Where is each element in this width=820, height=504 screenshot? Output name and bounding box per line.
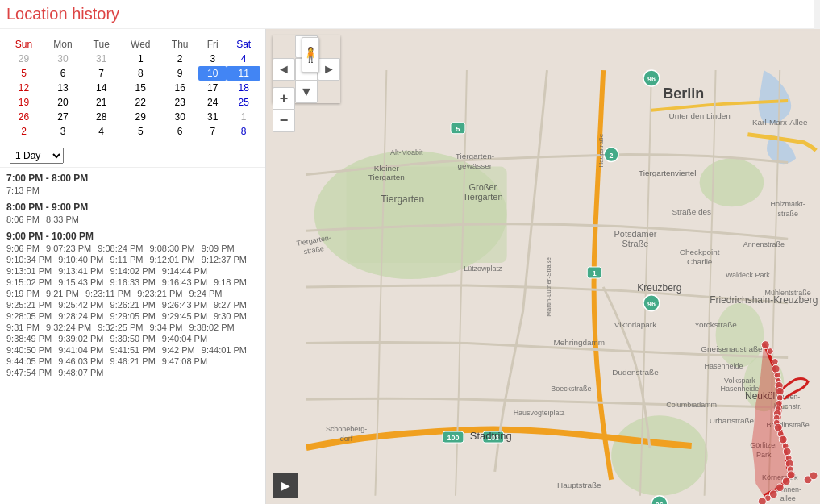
cal-day[interactable]: 2 <box>161 52 198 66</box>
time-entry[interactable]: 9:38:49 PM <box>6 334 52 344</box>
time-entry[interactable]: 9:38:02 PM <box>189 323 234 332</box>
cal-day[interactable]: 31 <box>198 110 227 124</box>
cal-day[interactable]: 13 <box>43 81 83 95</box>
time-entry[interactable]: 9:46:03 PM <box>58 356 103 366</box>
cal-day[interactable]: 10 <box>198 66 227 81</box>
time-entry[interactable]: 9:48:07 PM <box>58 368 103 377</box>
time-entry[interactable]: 9:41:04 PM <box>58 345 103 355</box>
time-entry[interactable]: 9:44:01 PM <box>202 345 247 355</box>
time-entry[interactable]: 9:15:43 PM <box>58 277 103 287</box>
cal-day[interactable]: 18 <box>227 81 260 95</box>
time-entry[interactable]: 9:30 PM <box>214 311 247 321</box>
time-entry[interactable]: 9:39:02 PM <box>58 334 103 344</box>
time-entry[interactable]: 9:28:05 PM <box>6 311 52 321</box>
cal-day[interactable]: 4 <box>83 124 119 139</box>
time-entry[interactable]: 9:47:54 PM <box>6 368 52 377</box>
time-entry[interactable]: 8:33 PM <box>46 215 79 224</box>
cal-day[interactable]: 3 <box>198 52 227 66</box>
time-entry[interactable]: 9:11 PM <box>110 255 144 264</box>
time-entry[interactable]: 9:18 PM <box>214 277 247 287</box>
cal-day[interactable]: 1 <box>119 52 161 66</box>
time-entry[interactable]: 9:41:51 PM <box>110 345 156 355</box>
cal-day[interactable]: 5 <box>119 124 161 139</box>
time-entry[interactable]: 9:47:08 PM <box>162 356 207 366</box>
cal-day[interactable]: 21 <box>83 95 119 110</box>
pan-right-btn[interactable]: ► <box>318 58 340 81</box>
cal-day[interactable]: 19 <box>5 95 43 110</box>
time-entry[interactable]: 9:27 PM <box>214 300 247 310</box>
time-entry[interactable]: 8:06 PM <box>6 215 40 224</box>
time-entry[interactable]: 9:19 PM <box>6 289 40 298</box>
cal-day[interactable]: 3 <box>43 124 83 139</box>
cal-day[interactable]: 24 <box>198 95 227 110</box>
cal-day[interactable]: 15 <box>119 81 161 95</box>
time-entry[interactable]: 9:16:33 PM <box>110 277 156 287</box>
time-entry[interactable]: 9:06 PM <box>6 244 40 253</box>
cal-day[interactable]: 16 <box>161 81 198 95</box>
cal-day[interactable]: 5 <box>5 66 43 81</box>
time-entry[interactable]: 9:13:41 PM <box>58 266 103 276</box>
time-entry[interactable]: 9:34 PM <box>150 323 183 332</box>
cal-day[interactable]: 12 <box>5 81 43 95</box>
time-entry[interactable]: 9:16:43 PM <box>162 277 207 287</box>
time-entry[interactable]: 9:44:05 PM <box>6 356 52 366</box>
time-entry[interactable]: 9:10:40 PM <box>58 255 103 264</box>
cal-day[interactable]: 2 <box>5 124 43 139</box>
zoom-in-btn[interactable]: + <box>273 87 295 110</box>
time-entry[interactable]: 9:46:21 PM <box>110 356 156 366</box>
time-entry[interactable]: 9:28:24 PM <box>58 311 103 321</box>
time-entry[interactable]: 9:31 PM <box>6 323 40 332</box>
time-entry[interactable]: 9:23:11 PM <box>85 289 131 298</box>
time-entry[interactable]: 9:29:45 PM <box>162 311 207 321</box>
cal-day[interactable]: 1 <box>227 110 260 124</box>
time-entry[interactable]: 9:07:23 PM <box>46 244 91 253</box>
show-select[interactable]: 1 Day2 Days3 Days1 Week <box>10 148 64 164</box>
cal-day[interactable]: 14 <box>83 81 119 95</box>
zoom-out-btn[interactable]: − <box>273 110 295 132</box>
time-entry[interactable]: 9:08:30 PM <box>150 244 195 253</box>
cal-day[interactable]: 6 <box>161 124 198 139</box>
cal-day[interactable]: 27 <box>43 110 83 124</box>
time-entry[interactable]: 9:40:50 PM <box>6 345 52 355</box>
time-entry[interactable]: 9:29:05 PM <box>110 311 156 321</box>
cal-day[interactable]: 6 <box>43 66 83 81</box>
cal-day[interactable]: 29 <box>5 52 43 66</box>
time-entry[interactable]: 7:13 PM <box>6 185 40 195</box>
cal-day[interactable]: 22 <box>119 95 161 110</box>
cal-day[interactable]: 7 <box>198 124 227 139</box>
time-entry[interactable]: 9:21 PM <box>46 289 79 298</box>
time-entry[interactable]: 9:12:37 PM <box>202 255 247 264</box>
time-entry[interactable]: 9:08:24 PM <box>98 244 143 253</box>
time-entry[interactable]: 9:40:04 PM <box>162 334 207 344</box>
time-entry[interactable]: 9:14:44 PM <box>162 266 207 276</box>
time-entry[interactable]: 9:14:02 PM <box>110 266 156 276</box>
map-container[interactable]: 96 96 96 1 5 100 103 2 <box>266 29 820 504</box>
cal-day[interactable]: 30 <box>161 110 198 124</box>
cal-day[interactable]: 25 <box>227 95 260 110</box>
time-entry[interactable]: 9:25:42 PM <box>58 300 103 310</box>
time-entry[interactable]: 9:42 PM <box>162 345 195 355</box>
cal-day[interactable]: 30 <box>43 52 83 66</box>
time-entry[interactable]: 9:32:25 PM <box>98 323 143 332</box>
time-entry[interactable]: 9:23:21 PM <box>137 289 182 298</box>
time-entry[interactable]: 9:09 PM <box>202 244 235 253</box>
time-entry[interactable]: 9:25:21 PM <box>6 300 52 310</box>
cal-day[interactable]: 8 <box>119 66 161 81</box>
time-entry[interactable]: 9:26:21 PM <box>110 300 156 310</box>
cal-day[interactable]: 9 <box>161 66 198 81</box>
pan-left-btn[interactable]: ◄ <box>273 58 295 81</box>
pan-down-btn[interactable]: ▼ <box>295 81 318 103</box>
cal-day[interactable]: 26 <box>5 110 43 124</box>
cal-day[interactable]: 11 <box>227 66 260 81</box>
cal-day[interactable]: 31 <box>83 52 119 66</box>
cal-day[interactable]: 20 <box>43 95 83 110</box>
cal-day[interactable]: 4 <box>227 52 260 66</box>
cal-day[interactable]: 23 <box>161 95 198 110</box>
time-entry[interactable]: 9:32:24 PM <box>46 323 91 332</box>
time-entry[interactable]: 9:13:01 PM <box>6 266 52 276</box>
time-entry[interactable]: 9:39:50 PM <box>110 334 156 344</box>
time-entry[interactable]: 9:26:43 PM <box>162 300 207 310</box>
time-entry[interactable]: 9:12:01 PM <box>150 255 195 264</box>
pegman-btn[interactable]: 🧍 <box>302 37 319 73</box>
time-entry[interactable]: 9:24 PM <box>189 289 222 298</box>
